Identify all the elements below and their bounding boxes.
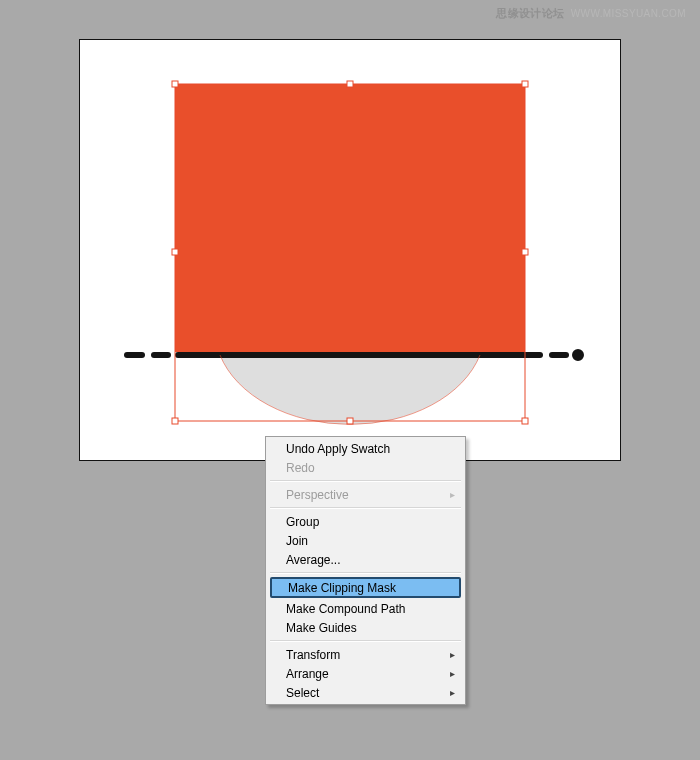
submenu-arrow-icon: ▸ bbox=[450, 687, 455, 698]
watermark: 思缘设计论坛WWW.MISSYUAN.COM bbox=[496, 6, 686, 21]
menu-make-compound-label: Make Compound Path bbox=[286, 602, 405, 616]
menu-make-clipping-mask[interactable]: Make Clipping Mask bbox=[270, 577, 461, 598]
svg-rect-7 bbox=[347, 81, 353, 87]
canvas[interactable] bbox=[80, 40, 620, 460]
svg-rect-10 bbox=[522, 249, 528, 255]
menu-group[interactable]: Group bbox=[268, 512, 463, 531]
svg-rect-12 bbox=[347, 418, 353, 424]
menu-average[interactable]: Average... bbox=[268, 550, 463, 569]
menu-separator bbox=[270, 572, 461, 574]
menu-redo-label: Redo bbox=[286, 461, 315, 475]
svg-rect-11 bbox=[172, 418, 178, 424]
dashed-line[interactable] bbox=[127, 352, 581, 358]
menu-select-label: Select bbox=[286, 686, 319, 700]
arc-shape[interactable] bbox=[220, 355, 480, 424]
menu-transform[interactable]: Transform ▸ bbox=[268, 645, 463, 664]
menu-separator bbox=[270, 480, 461, 482]
orange-rect[interactable] bbox=[175, 84, 525, 352]
menu-perspective: Perspective ▸ bbox=[268, 485, 463, 504]
artboard[interactable] bbox=[80, 40, 620, 460]
svg-rect-6 bbox=[172, 81, 178, 87]
submenu-arrow-icon: ▸ bbox=[450, 649, 455, 660]
menu-make-guides-label: Make Guides bbox=[286, 621, 357, 635]
menu-group-label: Group bbox=[286, 515, 319, 529]
context-menu: Undo Apply Swatch Redo Perspective ▸ Gro… bbox=[265, 436, 466, 705]
watermark-main: 思缘设计论坛 bbox=[496, 7, 564, 19]
menu-average-label: Average... bbox=[286, 553, 340, 567]
menu-undo-label: Undo Apply Swatch bbox=[286, 442, 390, 456]
svg-rect-13 bbox=[522, 418, 528, 424]
submenu-arrow-icon: ▸ bbox=[450, 489, 455, 500]
svg-point-4 bbox=[575, 352, 581, 358]
svg-rect-9 bbox=[172, 249, 178, 255]
menu-perspective-label: Perspective bbox=[286, 488, 349, 502]
menu-separator bbox=[270, 507, 461, 509]
menu-undo[interactable]: Undo Apply Swatch bbox=[268, 439, 463, 458]
menu-arrange[interactable]: Arrange ▸ bbox=[268, 664, 463, 683]
menu-make-clip-label: Make Clipping Mask bbox=[288, 581, 396, 595]
menu-make-compound-path[interactable]: Make Compound Path bbox=[268, 599, 463, 618]
menu-arrange-label: Arrange bbox=[286, 667, 329, 681]
svg-rect-8 bbox=[522, 81, 528, 87]
menu-redo: Redo bbox=[268, 458, 463, 477]
menu-separator bbox=[270, 640, 461, 642]
menu-join[interactable]: Join bbox=[268, 531, 463, 550]
menu-join-label: Join bbox=[286, 534, 308, 548]
watermark-sub: WWW.MISSYUAN.COM bbox=[571, 8, 686, 19]
menu-select[interactable]: Select ▸ bbox=[268, 683, 463, 702]
menu-transform-label: Transform bbox=[286, 648, 340, 662]
submenu-arrow-icon: ▸ bbox=[450, 668, 455, 679]
menu-make-guides[interactable]: Make Guides bbox=[268, 618, 463, 637]
